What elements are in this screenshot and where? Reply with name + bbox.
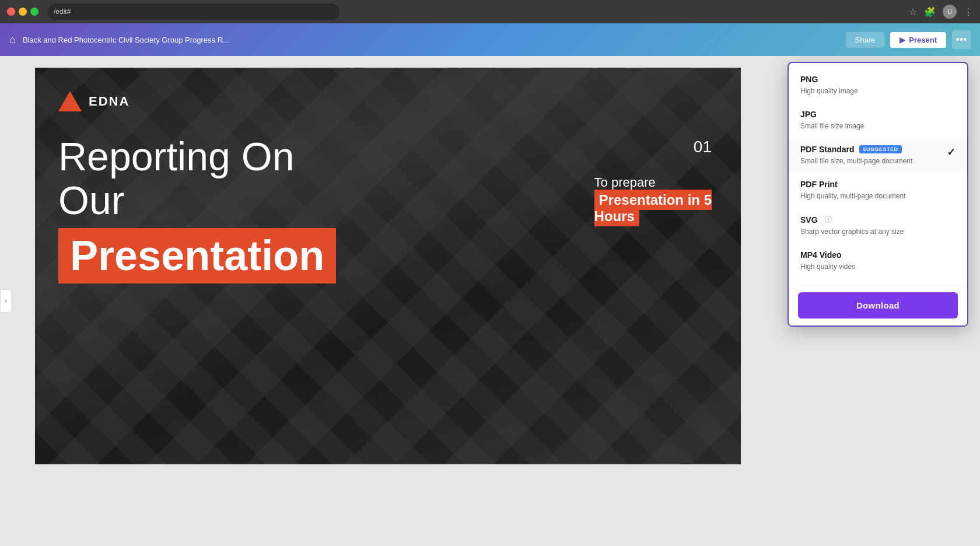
format-info-mp4: MP4 Video High quality video (800, 250, 956, 271)
format-list[interactable]: PNG High quality image JPG Small file si… (789, 63, 967, 285)
format-desc-pdf-standard: Small file size, multi-page document (800, 157, 912, 165)
format-name-row-pdf-standard: PDF Standard SUGGESTED (800, 145, 942, 154)
title-line1: Reporting On (58, 134, 294, 178)
slide-content: EDNA Reporting On Our Presentation 01 To… (35, 68, 741, 464)
format-item-jpg[interactable]: JPG Small file size image (789, 103, 967, 138)
slide-right-text: To prepare Presentation in 5 Hours (594, 174, 712, 225)
slide-preview: EDNA Reporting On Our Presentation 01 To… (35, 68, 741, 464)
suggested-badge: SUGGESTED (859, 145, 902, 153)
format-info-pdf-print: PDF Print High quality, multi-page docum… (800, 180, 956, 201)
extensions-icon[interactable]: 🧩 (924, 6, 936, 18)
sidebar-collapse-button[interactable]: ‹ (0, 289, 12, 313)
slide-right-content: 01 To prepare Presentation in 5 Hours (594, 138, 712, 225)
share-button[interactable]: Share (846, 32, 885, 48)
format-item-pdf-standard[interactable]: PDF Standard SUGGESTED Small file size, … (789, 138, 967, 173)
download-dropdown: PNG High quality image JPG Small file si… (788, 62, 968, 327)
format-info-svg: SVG ⓘ Sharp vector graphics at any size (800, 215, 956, 236)
format-item-pdf-print[interactable]: PDF Print High quality, multi-page docum… (789, 173, 967, 208)
present-button[interactable]: ▶ Present (890, 32, 946, 48)
more-options-button[interactable]: ••• (952, 30, 971, 49)
slide-background: EDNA Reporting On Our Presentation 01 To… (35, 68, 741, 464)
address-bar[interactable]: /edit# (48, 4, 340, 20)
format-desc-svg: Sharp vector graphics at any size (800, 228, 904, 236)
format-desc-jpg: Small file size image (800, 122, 864, 130)
right-text-line1: To prepare (594, 175, 656, 190)
present-icon: ▶ (900, 36, 905, 44)
toolbar-left: ⌂ Black and Red Photocentric Civil Socie… (9, 34, 229, 46)
format-item-gif[interactable]: GIF (789, 278, 967, 285)
browser-menu-icon[interactable]: ⋮ (964, 6, 973, 18)
format-name-jpg: JPG (800, 110, 817, 119)
slide-main-title: Reporting On Our Presentation (58, 135, 379, 284)
slide-logo-area: EDNA (58, 91, 718, 111)
format-item-png[interactable]: PNG High quality image (789, 68, 967, 103)
format-item-mp4[interactable]: MP4 Video High quality video (789, 243, 967, 278)
format-name-pdf-print: PDF Print (800, 180, 838, 189)
browser-actions: ☆ 🧩 U ⋮ (909, 5, 973, 19)
download-button[interactable]: Download (798, 292, 958, 318)
app-toolbar: ⌂ Black and Red Photocentric Civil Socie… (0, 23, 980, 56)
user-avatar[interactable]: U (943, 5, 957, 19)
star-icon[interactable]: ☆ (909, 6, 917, 18)
more-dots-icon: ••• (956, 34, 967, 46)
format-info-png: PNG High quality image (800, 75, 956, 96)
title-line2: Our (58, 178, 124, 222)
format-name-row-mp4: MP4 Video (800, 250, 956, 260)
home-icon[interactable]: ⌂ (9, 34, 16, 46)
right-text-line2: Presentation in 5 Hours (594, 190, 712, 226)
format-info-pdf-standard: PDF Standard SUGGESTED Small file size, … (800, 145, 942, 166)
address-text: /edit# (54, 8, 71, 16)
document-title: Black and Red Photocentric Civil Society… (23, 36, 229, 44)
present-label: Present (909, 36, 937, 44)
title-highlight: Presentation (58, 228, 336, 284)
format-info-jpg: JPG Small file size image (800, 110, 956, 131)
format-name-mp4: MP4 Video (800, 250, 842, 260)
format-name-row-pdf-print: PDF Print (800, 180, 956, 189)
format-name-svg: SVG (800, 215, 818, 225)
format-name-pdf-standard: PDF Standard (800, 145, 855, 154)
format-item-svg[interactable]: SVG ⓘ Sharp vector graphics at any size (789, 208, 967, 243)
format-name-row-png: PNG (800, 75, 956, 84)
format-name-row-svg: SVG ⓘ (800, 215, 956, 225)
slide-number: 01 (594, 138, 712, 156)
window-close-button[interactable] (7, 8, 15, 16)
browser-chrome: /edit# ☆ 🧩 U ⋮ (0, 0, 980, 23)
format-name-row-jpg: JPG (800, 110, 956, 119)
window-controls (7, 8, 38, 16)
format-name-png: PNG (800, 75, 818, 84)
format-desc-pdf-print: High quality, multi-page document (800, 192, 906, 200)
window-maximize-button[interactable] (30, 8, 38, 16)
toolbar-right: Share ▶ Present ••• (846, 30, 971, 49)
logo-triangle-icon (58, 91, 82, 111)
format-desc-png: High quality image (800, 87, 858, 95)
window-minimize-button[interactable] (19, 8, 27, 16)
canvas-area: ‹ EDNA Reporting On Our Presentation (0, 56, 980, 546)
download-button-container: Download (789, 285, 967, 326)
svg-info-icon[interactable]: ⓘ (825, 215, 832, 225)
format-desc-mp4: High quality video (800, 262, 856, 271)
logo-text: EDNA (89, 94, 130, 109)
check-icon: ✓ (947, 146, 956, 159)
